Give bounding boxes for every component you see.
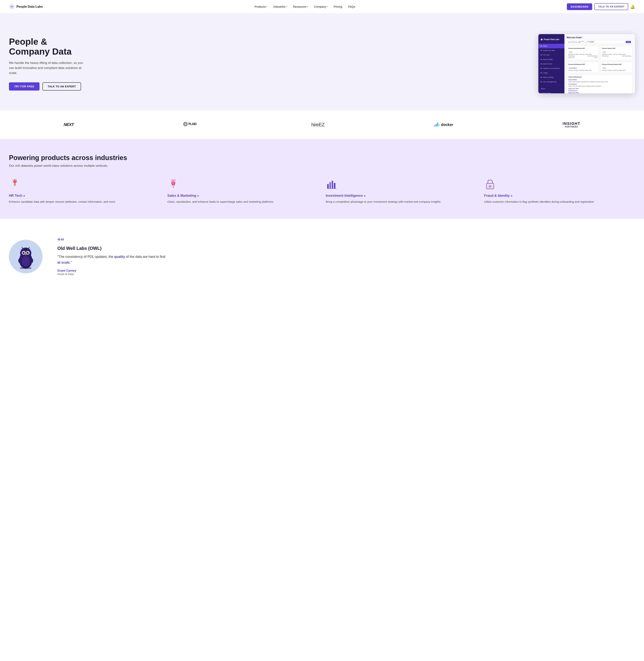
mock-card-ratelimit: Rate Limit1/min [568, 57, 597, 58]
mock-nav-plans[interactable]: Plans & billing [538, 75, 565, 79]
nav-pricing[interactable]: Pricing [331, 3, 344, 10]
mock-tool-query-desc: Create search queries to generate code s… [568, 81, 631, 82]
svg-rect-5 [436, 125, 437, 126]
brand-plaid: PLAID [183, 121, 202, 128]
svg-rect-7 [436, 124, 437, 125]
quote-marks-icon: ““ [58, 238, 165, 244]
mock-nav-usage[interactable]: Usage [538, 71, 565, 75]
nav-dot-icon [540, 50, 542, 51]
industry-hr-title[interactable]: HR Tech » [9, 194, 160, 198]
svg-rect-18 [490, 186, 490, 187]
mock-tool-invite-team[interactable]: Invite Your Team [568, 88, 631, 89]
chevron-down-icon: ▾ [327, 6, 328, 8]
nav-faqs[interactable]: FAQs [346, 3, 358, 10]
logo[interactable]: People Data Labs [9, 4, 43, 10]
mock-api-key-value: pk-***...***12345 [579, 41, 625, 43]
fraud-icon [484, 178, 496, 190]
talk-to-expert-button[interactable]: TALK TO AN EXPERT [594, 3, 628, 10]
mock-card-renews: Renews on May 1, 2024 @ 1:04pm MST [602, 70, 631, 71]
logo-text: People Data Labs [16, 5, 43, 8]
industries-description: Our rich datasets power world-class solu… [9, 164, 635, 168]
mock-card-remaining: Remaining100 Remaining [602, 55, 631, 57]
nav-links: Products ▾ Industries ▾ Resources ▾ Comp… [252, 3, 358, 10]
mock-nav-contact[interactable]: Contact sales [538, 91, 565, 94]
mock-card-renews: Renews on May 1, 2024 @ 1:04pm MST [568, 54, 597, 55]
investment-icon [326, 178, 338, 190]
talk-to-expert-hero-button[interactable]: TALK TO AN EXPERT [43, 82, 81, 91]
industry-investment: Investment Intelligence » Bring a compet… [326, 178, 477, 204]
svg-point-28 [28, 252, 28, 253]
testimonial-avatar [9, 240, 43, 273]
industry-sales-title[interactable]: Sales & Marketing » [167, 194, 318, 198]
mock-card-badge: Free [602, 67, 606, 69]
hero-left: People & Company Data We handle the heav… [9, 37, 87, 90]
svg-rect-4 [434, 125, 435, 126]
nav-dot-icon [540, 54, 542, 55]
svg-rect-19 [487, 185, 493, 185]
nav-company[interactable]: Company ▾ [312, 3, 330, 10]
mock-logo-icon: ◈ [540, 38, 543, 41]
svg-point-2 [184, 123, 186, 125]
mock-tool-free-datasets[interactable]: Free Datasets [568, 84, 631, 85]
mock-nav-batch[interactable]: Batch enrich [538, 62, 565, 66]
brand-insight-partners: INSIGHT PARTNERS [562, 121, 580, 128]
svg-point-1 [184, 122, 187, 126]
mock-card-renews: Renews on May 1, 2024 @ 1:04pm MST [602, 54, 631, 55]
mock-card-preview-search: Person Preview Search API Free Renews on… [600, 62, 632, 73]
mock-card-connections: Person Enrichment API Connections Renews… [567, 62, 599, 73]
industry-hr-tech: HR Tech » Enhance candidate data with de… [9, 178, 160, 204]
mock-sidebar: ◈ People Data Labs Home Explore the data… [538, 34, 565, 93]
hero-dashboard-mockup: ◈ People Data Labs Home Explore the data… [538, 34, 635, 94]
mock-card-remaining: Remaining1,000 Remaining [568, 55, 597, 57]
svg-point-26 [27, 252, 29, 254]
chevron-down-icon: ▾ [307, 6, 308, 8]
owl-illustration [9, 240, 43, 273]
mock-tool-datasets-desc: Explore, test, and enhance your workflow… [568, 86, 631, 87]
mock-tool-explore-data[interactable]: Explore the Data [568, 92, 631, 93]
testimonial-quote: "The consistency of PDL updates, the qua… [58, 254, 165, 265]
mock-nav-explore[interactable]: Explore the data [538, 48, 565, 53]
mock-card-title: Person Enrichment API [568, 64, 597, 65]
mock-tool-query-builder[interactable]: Query Builder [568, 79, 631, 80]
mock-nav-users[interactable]: User management [538, 79, 565, 84]
mock-tool-api-ref[interactable]: API Reference [568, 90, 631, 91]
svg-point-29 [22, 256, 30, 266]
hero-description: We handle the heavy-lifting of data coll… [9, 61, 87, 76]
industry-sales-marketing: Sales & Marketing » Clean, standardize, … [167, 178, 318, 204]
mock-card-title: Person Preview Search API [602, 64, 631, 65]
testimonial-company: Old Well Labs (OWL) [58, 246, 165, 251]
mock-nav-query[interactable]: Query builder [538, 57, 565, 62]
industries-title: Powering products across industries [9, 154, 635, 162]
industry-invest-desc: Bring a competitive advantage to your in… [326, 199, 477, 204]
mock-copy-button[interactable]: Copy [626, 41, 631, 43]
industries-section: Powering products across industries Our … [0, 139, 644, 219]
nav-dot-icon [540, 77, 542, 78]
svg-rect-9 [437, 123, 438, 124]
brand-hireez: hireEZ [312, 122, 325, 127]
svg-rect-14 [332, 181, 333, 189]
sales-icon [167, 178, 179, 190]
mock-nav-home[interactable]: Home [538, 44, 565, 48]
chevron-down-icon: ▾ [286, 6, 287, 8]
nav-dot-icon [540, 45, 542, 47]
try-for-free-button[interactable]: TRY FOR FREE [9, 82, 40, 91]
dashboard-button[interactable]: DASHBOARD [567, 3, 592, 10]
testimonial-author: Grant Carney [58, 269, 165, 273]
hero-title: People & Company Data [9, 37, 87, 57]
mock-nav-salesforce[interactable]: Salesforce Enrichment [538, 66, 565, 71]
mock-card-title: Person Search API [602, 48, 631, 49]
nav-dot-icon [540, 81, 542, 82]
hero-section: People & Company Data We handle the heav… [0, 14, 644, 110]
notification-bell-icon[interactable]: 🔔 [630, 4, 635, 9]
industry-invest-title[interactable]: Investment Intelligence » [326, 194, 477, 198]
nav-resources[interactable]: Resources ▾ [291, 3, 310, 10]
mock-tools-title: Tools & Resources [568, 76, 631, 78]
mock-nav-apikeys[interactable]: API Keys [538, 53, 565, 57]
industry-fraud-title[interactable]: Fraud & Identity » [484, 194, 635, 198]
nav-industries[interactable]: Industries ▾ [271, 3, 289, 10]
mock-nav-status[interactable]: Status [538, 87, 565, 91]
nav-products[interactable]: Products ▾ [252, 3, 270, 10]
chevron-down-icon: ▾ [266, 6, 267, 8]
dashboard-window: ◈ People Data Labs Home Explore the data… [538, 34, 635, 94]
nav-dot-icon [540, 72, 542, 73]
